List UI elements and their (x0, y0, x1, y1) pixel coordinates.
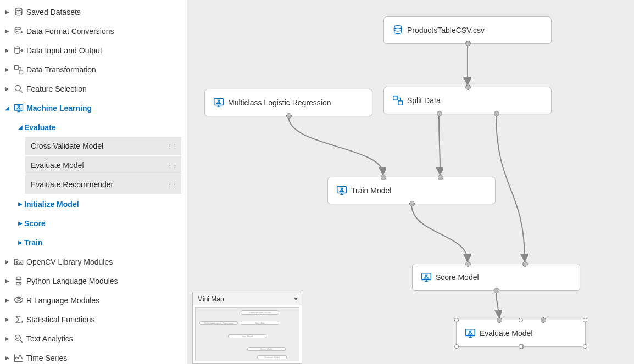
palette-category-opencv[interactable]: ▶ OpenCV Library Modules (0, 252, 187, 271)
palette-category-time-series[interactable]: ▶ Time Series (0, 348, 187, 364)
palette-module-evaluate-recommender[interactable]: Evaluate Recommender ⋮⋮ (25, 175, 181, 194)
palette-module-label: Cross Validate Model (31, 142, 103, 150)
drag-grip-icon: ⋮⋮ (167, 143, 177, 149)
palette-subcategory-evaluate[interactable]: ◢ Evaluate (0, 117, 187, 137)
flask-monitor-icon (420, 271, 436, 283)
palette-category-label: R Language Modules (26, 296, 181, 305)
palette-subcategory-label: Initialize Model (24, 200, 181, 209)
palette-category-label: Feature Selection (26, 85, 181, 93)
palette-category-machine-learning[interactable]: ◢ Machine Learning (0, 98, 187, 117)
palette-module-evaluate-model[interactable]: Evaluate Model ⋮⋮ (25, 156, 181, 175)
svg-point-11 (15, 335, 20, 340)
timeseries-icon (11, 352, 26, 363)
svg-rect-16 (337, 187, 347, 193)
selection-handle[interactable] (583, 344, 587, 349)
minimap-panel[interactable]: Mini Map ▾ ProductsTableCSV.csvMulticlas… (192, 293, 302, 364)
palette-category-python[interactable]: ▶ Python Language Modules (0, 271, 187, 290)
flask-monitor-icon (213, 97, 228, 109)
selection-handle[interactable] (454, 318, 459, 322)
transform-icon (392, 94, 407, 107)
palette-subcategory-label: Train (24, 238, 181, 247)
chevron-right-icon: ▶ (3, 9, 11, 15)
input-port[interactable] (497, 317, 502, 323)
svg-point-0 (15, 8, 22, 10)
chevron-right-icon: ▶ (3, 335, 11, 341)
selection-handle[interactable] (583, 318, 587, 322)
minimap-title: Mini Map (197, 295, 224, 303)
palette-module-cross-validate-model[interactable]: Cross Validate Model ⋮⋮ (25, 137, 181, 156)
input-port[interactable] (438, 175, 443, 180)
database-icon (11, 7, 26, 18)
canvas-node-algo[interactable]: Multiclass Logistic Regression (204, 89, 372, 116)
palette-category-text-analytics[interactable]: ▶ Text Analytics (0, 329, 187, 348)
palette-category-label: OpenCV Library Modules (26, 257, 181, 266)
palette-category-label: Python Language Modules (26, 277, 181, 285)
minimap-viewport[interactable]: ProductsTableCSV.csvMulticlass Logistic … (195, 307, 299, 361)
output-port[interactable] (437, 111, 442, 116)
experiment-canvas[interactable]: ProductsTableCSV.csvMulticlass Logistic … (187, 0, 634, 364)
palette-category-r[interactable]: ▶ R Language Modules (0, 290, 187, 310)
output-port[interactable] (494, 288, 499, 293)
output-port[interactable] (409, 201, 415, 206)
chevron-right-icon: ▶ (3, 278, 11, 284)
chevron-right-icon: ▶ (3, 28, 11, 34)
svg-point-12 (394, 26, 402, 29)
palette-category-feature-selection[interactable]: ▶ Feature Selection (0, 79, 187, 98)
palette-module-label: Evaluate Model (31, 161, 84, 170)
output-port[interactable] (286, 113, 292, 119)
edge[interactable] (288, 116, 383, 173)
selection-handle[interactable] (519, 318, 523, 322)
palette-category-statistical-functions[interactable]: ▶ Statistical Functions (0, 310, 187, 329)
input-port[interactable] (522, 261, 528, 267)
palette-subcategory-score[interactable]: ▶ Score (0, 214, 187, 233)
canvas-node-evaluate[interactable]: Evaluate Model (456, 320, 586, 347)
palette-category-data-io[interactable]: ▶ Data Input and Output (0, 41, 187, 60)
output-port[interactable] (494, 111, 499, 116)
canvas-node-dataset[interactable]: ProductsTableCSV.csv (383, 16, 552, 44)
chevron-right-icon: ▶ (3, 66, 11, 72)
input-port[interactable] (381, 175, 386, 180)
svg-rect-15 (398, 101, 402, 105)
svg-rect-6 (15, 104, 23, 110)
database-icon (392, 24, 407, 36)
palette-subcategory-initialize-model[interactable]: ▶ Initialize Model (0, 194, 187, 214)
minimap-node: Evaluate Model (257, 355, 287, 359)
palette-category-label: Data Input and Output (26, 46, 181, 55)
selection-handle[interactable] (454, 344, 459, 349)
edge[interactable] (439, 114, 440, 173)
edge[interactable] (411, 204, 468, 260)
palette-category-label: Data Format Conversions (26, 27, 181, 36)
edge[interactable] (496, 291, 499, 316)
canvas-node-train[interactable]: Train Model (327, 177, 496, 204)
palette-category-saved-datasets[interactable]: ▶ Saved Datasets (0, 2, 187, 21)
input-port[interactable] (465, 85, 471, 90)
palette-category-label: Text Analytics (26, 334, 181, 343)
input-port[interactable] (541, 317, 546, 323)
transform-icon (11, 64, 26, 75)
canvas-node-label: Split Data (407, 96, 441, 105)
chevron-right-icon: ▶ (3, 259, 11, 265)
svg-point-5 (15, 85, 20, 91)
canvas-node-label: ProductsTableCSV.csv (407, 26, 485, 35)
flask-monitor-icon (464, 327, 480, 339)
palette-subcategory-train[interactable]: ▶ Train (0, 233, 187, 252)
chevron-down-icon: ▾ (294, 296, 297, 302)
palette-category-data-format-conversions[interactable]: ▶ Data Format Conversions (0, 21, 187, 41)
canvas-node-split[interactable]: Split Data (383, 87, 552, 114)
palette-category-label: Machine Learning (26, 104, 181, 113)
svg-rect-13 (214, 99, 224, 105)
minimap-node: ProductsTableCSV.csv (241, 310, 279, 314)
chevron-right-icon: ▶ (3, 47, 11, 53)
canvas-node-label: Evaluate Model (480, 329, 533, 338)
output-port[interactable] (465, 41, 471, 46)
chevron-right-icon: ▶ (16, 201, 24, 207)
minimap-header[interactable]: Mini Map ▾ (193, 293, 302, 305)
palette-category-label: Statistical Functions (26, 315, 181, 324)
canvas-node-score[interactable]: Score Model (412, 264, 580, 291)
input-port[interactable] (465, 261, 471, 267)
palette-category-data-transformation[interactable]: ▶ Data Transformation (0, 60, 187, 79)
svg-rect-14 (393, 96, 397, 100)
selection-handle[interactable] (519, 344, 523, 349)
chevron-right-icon: ▶ (3, 316, 11, 322)
edge[interactable] (496, 114, 525, 260)
